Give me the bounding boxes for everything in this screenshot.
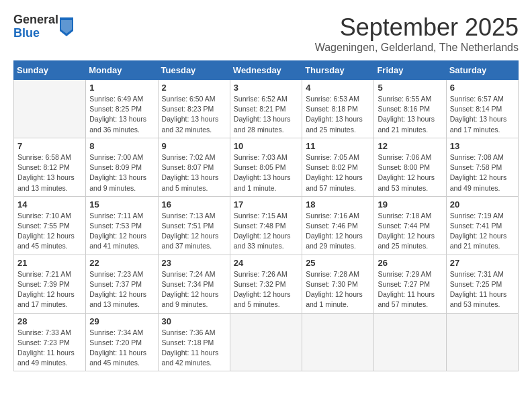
day-number: 25 — [306, 258, 370, 268]
day-number: 17 — [234, 199, 298, 210]
calendar-cell: 18Sunrise: 7:16 AM Sunset: 7:46 PM Dayli… — [302, 196, 374, 255]
title-block: September 2025 Wageningen, Gelderland, T… — [315, 13, 519, 54]
calendar-table: SundayMondayTuesdayWednesdayThursdayFrid… — [13, 60, 519, 371]
calendar-week-5: 28Sunrise: 7:33 AM Sunset: 7:23 PM Dayli… — [14, 313, 519, 371]
day-number: 13 — [450, 141, 515, 151]
calendar-cell: 10Sunrise: 7:03 AM Sunset: 8:05 PM Dayli… — [230, 138, 302, 196]
day-info: Sunrise: 6:58 AM Sunset: 8:12 PM Dayligh… — [17, 152, 82, 193]
day-info: Sunrise: 7:26 AM Sunset: 7:32 PM Dayligh… — [234, 269, 298, 310]
location: Wageningen, Gelderland, The Netherlands — [315, 42, 519, 54]
calendar-cell: 9Sunrise: 7:02 AM Sunset: 8:07 PM Daylig… — [158, 138, 230, 196]
day-number: 3 — [234, 83, 298, 93]
day-number: 14 — [17, 199, 82, 210]
calendar-cell: 21Sunrise: 7:21 AM Sunset: 7:39 PM Dayli… — [14, 255, 86, 313]
calendar-cell: 5Sunrise: 6:55 AM Sunset: 8:16 PM Daylig… — [374, 80, 446, 138]
calendar-cell: 30Sunrise: 7:36 AM Sunset: 7:18 PM Dayli… — [158, 313, 230, 371]
calendar-cell — [14, 80, 86, 138]
calendar-cell: 1Sunrise: 6:49 AM Sunset: 8:25 PM Daylig… — [86, 80, 158, 138]
day-header-thursday: Thursday — [302, 61, 374, 80]
day-number: 18 — [306, 199, 370, 210]
calendar-week-3: 14Sunrise: 7:10 AM Sunset: 7:55 PM Dayli… — [14, 196, 519, 255]
calendar-cell — [374, 313, 446, 371]
calendar-cell: 13Sunrise: 7:08 AM Sunset: 7:58 PM Dayli… — [446, 138, 518, 196]
day-number: 23 — [162, 258, 226, 268]
day-info: Sunrise: 7:21 AM Sunset: 7:39 PM Dayligh… — [17, 269, 82, 310]
day-info: Sunrise: 6:55 AM Sunset: 8:16 PM Dayligh… — [378, 94, 442, 135]
calendar-cell: 7Sunrise: 6:58 AM Sunset: 8:12 PM Daylig… — [14, 138, 86, 196]
calendar-cell: 12Sunrise: 7:06 AM Sunset: 8:00 PM Dayli… — [374, 138, 446, 196]
day-number: 29 — [89, 316, 154, 326]
day-info: Sunrise: 7:03 AM Sunset: 8:05 PM Dayligh… — [234, 152, 298, 193]
day-info: Sunrise: 7:15 AM Sunset: 7:48 PM Dayligh… — [234, 211, 298, 252]
day-number: 28 — [17, 316, 82, 326]
calendar-cell — [302, 313, 374, 371]
day-number: 2 — [162, 83, 226, 93]
calendar-cell: 6Sunrise: 6:57 AM Sunset: 8:14 PM Daylig… — [446, 80, 518, 138]
day-info: Sunrise: 7:18 AM Sunset: 7:44 PM Dayligh… — [378, 211, 442, 252]
day-number: 22 — [89, 258, 154, 268]
day-number: 15 — [89, 199, 154, 210]
day-number: 9 — [162, 141, 226, 151]
logo-icon — [60, 17, 73, 36]
calendar-cell: 19Sunrise: 7:18 AM Sunset: 7:44 PM Dayli… — [374, 196, 446, 255]
calendar-week-1: 1Sunrise: 6:49 AM Sunset: 8:25 PM Daylig… — [14, 80, 519, 138]
day-number: 4 — [306, 83, 370, 93]
day-header-friday: Friday — [374, 61, 446, 80]
day-number: 27 — [450, 258, 515, 268]
calendar-cell: 8Sunrise: 7:00 AM Sunset: 8:09 PM Daylig… — [86, 138, 158, 196]
day-info: Sunrise: 7:00 AM Sunset: 8:09 PM Dayligh… — [89, 152, 154, 193]
calendar-cell: 20Sunrise: 7:19 AM Sunset: 7:41 PM Dayli… — [446, 196, 518, 255]
day-info: Sunrise: 7:02 AM Sunset: 8:07 PM Dayligh… — [162, 152, 226, 193]
day-info: Sunrise: 7:34 AM Sunset: 7:20 PM Dayligh… — [89, 328, 154, 369]
logo-general: General — [13, 13, 58, 27]
day-info: Sunrise: 7:08 AM Sunset: 7:58 PM Dayligh… — [450, 152, 515, 193]
day-number: 6 — [450, 83, 515, 93]
logo-text: General Blue — [13, 13, 58, 40]
header-row: SundayMondayTuesdayWednesdayThursdayFrid… — [14, 61, 519, 80]
calendar-cell: 22Sunrise: 7:23 AM Sunset: 7:37 PM Dayli… — [86, 255, 158, 313]
calendar-cell — [230, 313, 302, 371]
day-number: 21 — [17, 258, 82, 268]
day-number: 5 — [378, 83, 442, 93]
calendar-cell: 28Sunrise: 7:33 AM Sunset: 7:23 PM Dayli… — [14, 313, 86, 371]
day-number: 10 — [234, 141, 298, 151]
calendar-cell: 26Sunrise: 7:29 AM Sunset: 7:27 PM Dayli… — [374, 255, 446, 313]
calendar-cell — [446, 313, 518, 371]
calendar-cell: 23Sunrise: 7:24 AM Sunset: 7:34 PM Dayli… — [158, 255, 230, 313]
day-info: Sunrise: 6:50 AM Sunset: 8:23 PM Dayligh… — [162, 94, 226, 135]
day-number: 16 — [162, 199, 226, 210]
day-info: Sunrise: 7:06 AM Sunset: 8:00 PM Dayligh… — [378, 152, 442, 193]
calendar-cell: 2Sunrise: 6:50 AM Sunset: 8:23 PM Daylig… — [158, 80, 230, 138]
calendar-cell: 15Sunrise: 7:11 AM Sunset: 7:53 PM Dayli… — [86, 196, 158, 255]
calendar-cell: 16Sunrise: 7:13 AM Sunset: 7:51 PM Dayli… — [158, 196, 230, 255]
day-info: Sunrise: 7:16 AM Sunset: 7:46 PM Dayligh… — [306, 211, 370, 252]
day-number: 12 — [378, 141, 442, 151]
calendar-cell: 14Sunrise: 7:10 AM Sunset: 7:55 PM Dayli… — [14, 196, 86, 255]
calendar-week-4: 21Sunrise: 7:21 AM Sunset: 7:39 PM Dayli… — [14, 255, 519, 313]
day-number: 8 — [89, 141, 154, 151]
day-number: 30 — [162, 316, 226, 326]
logo-blue: Blue — [13, 27, 58, 40]
day-info: Sunrise: 7:23 AM Sunset: 7:37 PM Dayligh… — [89, 269, 154, 310]
day-number: 19 — [378, 199, 442, 210]
day-info: Sunrise: 7:33 AM Sunset: 7:23 PM Dayligh… — [17, 328, 82, 369]
day-info: Sunrise: 7:29 AM Sunset: 7:27 PM Dayligh… — [378, 269, 442, 310]
calendar-cell: 24Sunrise: 7:26 AM Sunset: 7:32 PM Dayli… — [230, 255, 302, 313]
day-info: Sunrise: 6:52 AM Sunset: 8:21 PM Dayligh… — [234, 94, 298, 135]
logo: General Blue — [13, 13, 73, 40]
day-info: Sunrise: 7:28 AM Sunset: 7:30 PM Dayligh… — [306, 269, 370, 310]
calendar-cell: 17Sunrise: 7:15 AM Sunset: 7:48 PM Dayli… — [230, 196, 302, 255]
day-number: 7 — [17, 141, 82, 151]
day-info: Sunrise: 7:13 AM Sunset: 7:51 PM Dayligh… — [162, 211, 226, 252]
day-info: Sunrise: 7:10 AM Sunset: 7:55 PM Dayligh… — [17, 211, 82, 252]
day-number: 1 — [89, 83, 154, 93]
day-header-tuesday: Tuesday — [158, 61, 230, 80]
day-info: Sunrise: 7:24 AM Sunset: 7:34 PM Dayligh… — [162, 269, 226, 310]
day-info: Sunrise: 6:49 AM Sunset: 8:25 PM Dayligh… — [89, 94, 154, 135]
calendar-week-2: 7Sunrise: 6:58 AM Sunset: 8:12 PM Daylig… — [14, 138, 519, 196]
calendar-cell: 25Sunrise: 7:28 AM Sunset: 7:30 PM Dayli… — [302, 255, 374, 313]
day-header-monday: Monday — [86, 61, 158, 80]
day-info: Sunrise: 7:19 AM Sunset: 7:41 PM Dayligh… — [450, 211, 515, 252]
day-header-saturday: Saturday — [446, 61, 518, 80]
day-info: Sunrise: 7:31 AM Sunset: 7:25 PM Dayligh… — [450, 269, 515, 310]
